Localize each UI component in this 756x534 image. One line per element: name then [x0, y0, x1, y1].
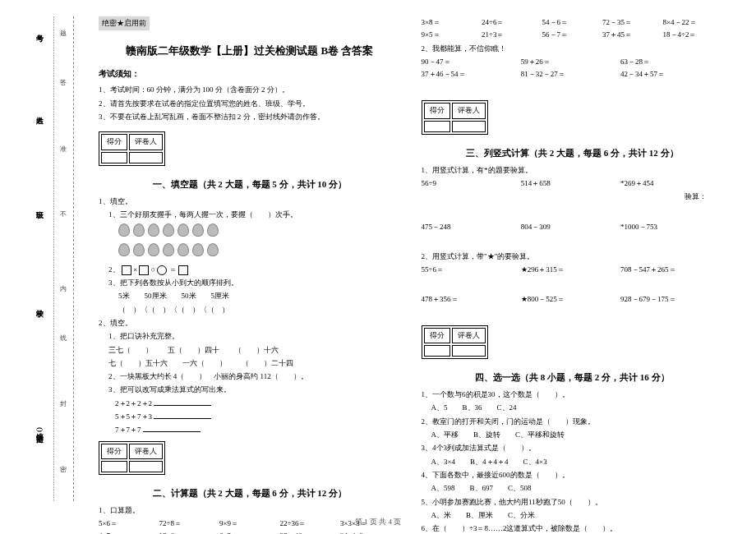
s4-q3-opts: A、3×4 B、4＋4＋4 C、4×3	[431, 456, 724, 468]
shield-row-2	[118, 243, 401, 260]
calc-row-6: 37＋46－54＝81－32－27＝42－34＋57＝	[422, 68, 724, 81]
left-column: 绝密★启用前 赣南版二年级数学【上册】过关检测试题 B卷 含答案 考试须知： 1…	[99, 16, 401, 501]
s3-q1: 1、用竖式计算，有*的题要验算。	[422, 164, 724, 177]
section1-title: 一、填空题（共 2 大题，每题 5 分，共计 10 分）	[99, 177, 401, 192]
notice-1: 1、考试时间：60 分钟，满分为 100 分（含卷面分 2 分）。	[99, 84, 401, 96]
section3-title: 三、列竖式计算（共 2 大题，每题 6 分，共计 12 分）	[422, 145, 724, 161]
s1-q2-3b: 5＋5＋7＋3	[115, 411, 401, 423]
paper-title: 赣南版二年级数学【上册】过关检测试题 B卷 含答案	[99, 42, 401, 60]
s1-q1-1: 1、三个好朋友握手，每两人握一次，要握（ ）次手。	[108, 209, 401, 221]
binding-margin: 考号 姓名 班级 学校 乡镇(街道) 题 答 准 不 内 线 封 密	[33, 16, 74, 501]
s1-q1-2-prefix: 2、	[108, 265, 120, 274]
s1-q2-1-r2: 七（ ）五十六 一六（ ） （ ）二十四	[108, 357, 401, 370]
right-column: 3×8＝24÷6＝54－6＝72－35＝8×4－22＝ 9×5＝21÷3＝56－…	[422, 16, 724, 501]
scorebox-s3: 得分评卷人	[422, 100, 488, 134]
s4-q2-opts: A、平移 B、旋转 C、平移和旋转	[431, 429, 724, 441]
section4-title: 四、选一选（共 8 小题，每题 2 分，共计 16 分）	[422, 370, 724, 385]
page-footer: 第 1 页 共 4 页	[0, 517, 756, 527]
scorebox-s1: 得分评卷人	[99, 131, 165, 165]
binding-field-town: 乡镇(街道)	[35, 427, 45, 432]
s4-q1: 1、一个数与6的积是30，这个数是（ ）。	[422, 389, 724, 401]
calc-row-3: 3×8＝24÷6＝54－6＝72－35＝8×4－22＝	[422, 16, 724, 29]
calc-row-5: 90－47＝59＋26＝63－28＝	[422, 56, 724, 68]
s1-q2-1: 1、把口诀补充完整。	[108, 330, 401, 343]
s1-q2-1-r1: 三七（ ） 五（ ）四十 （ ）十六	[108, 344, 401, 357]
s1-q1-3-items: 5米 50厘米 50米 5厘米	[118, 290, 401, 302]
notice-2: 2、请首先按要求在试卷的指定位置填写您的姓名、班级、学号。	[99, 98, 401, 110]
calc-row-4: 9×5＝21÷3＝56－7＝37＋45＝18－4÷2＝	[422, 29, 724, 41]
s4-q5: 5、小明参加赛跑比赛，他大约用11秒跑了50（ ）。	[422, 496, 724, 509]
s1-q2-3: 3、把可以改写成乘法算式的写出来。	[108, 384, 401, 396]
scorebox-s4: 得分评卷人	[422, 325, 488, 359]
s4-q4-opts: A、598 B、697 C、508	[431, 482, 724, 495]
s4-q1-opts: A、5 B、36 C、24	[431, 402, 724, 414]
s1-q2-stem: 2、填空。	[99, 317, 401, 329]
s1-q1-3: 3、把下列各数按从小到大的顺序排列。	[108, 277, 401, 289]
section2-title: 二、计算题（共 2 大题，每题 6 分，共计 12 分）	[99, 486, 401, 501]
s4-q2: 2、教室门的打开和关闭，门的运动是（ ）现象。	[422, 416, 724, 428]
s1-q1-stem: 1、填空。	[99, 196, 401, 208]
scorebox-marker: 评卷人	[129, 134, 163, 150]
s3-r2: 475－248 804－309 *1000－753	[422, 221, 724, 233]
notice-title: 考试须知：	[99, 67, 401, 81]
s1-q2-3a: 2＋2＋2＋2	[115, 398, 401, 410]
s3-r1: 56÷9 514＋658 *269＋454	[422, 177, 724, 190]
s2-q2: 2、我都能算，不信你瞧！	[422, 43, 724, 55]
s4-q3: 3、4个3列成加法算式是（ ）。	[422, 442, 724, 454]
calc-row-2: 4×7＝18÷6＝6×8＝98－46＝24÷4×9＝	[99, 530, 401, 534]
s1-q1-3-cmp: （ ）〈（ ）〈（ ）〈（ ）	[118, 304, 401, 316]
s3-q2: 2、用竖式计算，带"★"的要验算。	[422, 251, 724, 263]
s1-q1-2: 2、 × ○ ＝	[108, 264, 401, 276]
s2-q1: 1、口算题。	[99, 504, 401, 517]
s3-check1: 验算：	[422, 191, 724, 203]
notice-3: 3、不要在试卷上乱写乱画，卷面不整洁扣 2 分，密封线外请勿作答。	[99, 111, 401, 123]
s3-r3: 55÷6＝ ★296＋315＝ 708－547＋265＝	[422, 264, 724, 276]
shield-row-1	[118, 223, 401, 241]
s1-q2-2: 2、一块黑板大约长 4（ ） 小丽的身高约 112（ ）。	[108, 371, 401, 383]
scorebox-score: 得分	[101, 134, 127, 150]
scorebox-s2: 得分评卷人	[99, 441, 165, 475]
s3-r4: 478＋356＝ ★800－525＝ 928－679－175＝	[422, 293, 724, 306]
secret-tag: 绝密★启用前	[99, 16, 150, 30]
s1-q2-3c: 7＋7＋7	[115, 424, 401, 436]
s4-q4: 4、下面各数中，最接近600的数是（ ）。	[422, 469, 724, 481]
